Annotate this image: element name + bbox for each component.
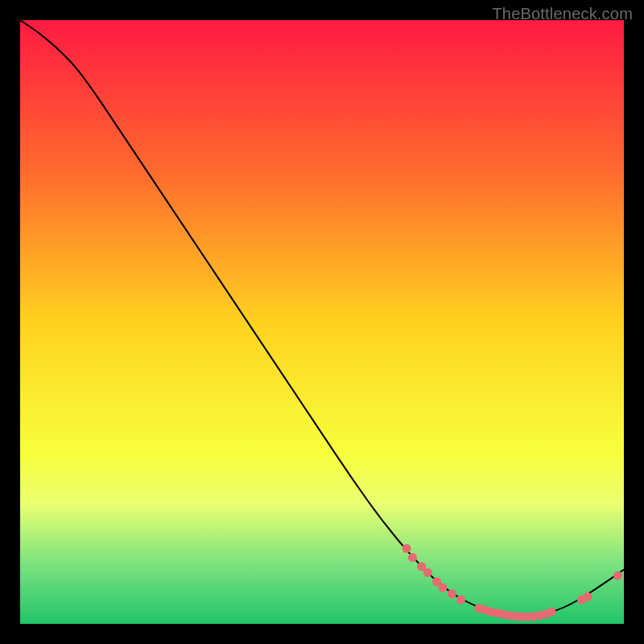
chart-point — [584, 592, 592, 601]
chart-point — [408, 553, 417, 562]
chart-svg — [20, 20, 624, 624]
chart-point — [456, 596, 465, 605]
chart-background — [20, 20, 624, 624]
chart-point — [439, 584, 448, 592]
chart-point — [402, 544, 411, 553]
chart-point — [448, 589, 456, 598]
watermark-text: TheBottleneck.com — [492, 5, 633, 23]
chart-point — [547, 608, 556, 617]
chart-point — [613, 572, 622, 580]
chart-point — [423, 568, 432, 577]
chart-plot-area — [20, 20, 624, 624]
